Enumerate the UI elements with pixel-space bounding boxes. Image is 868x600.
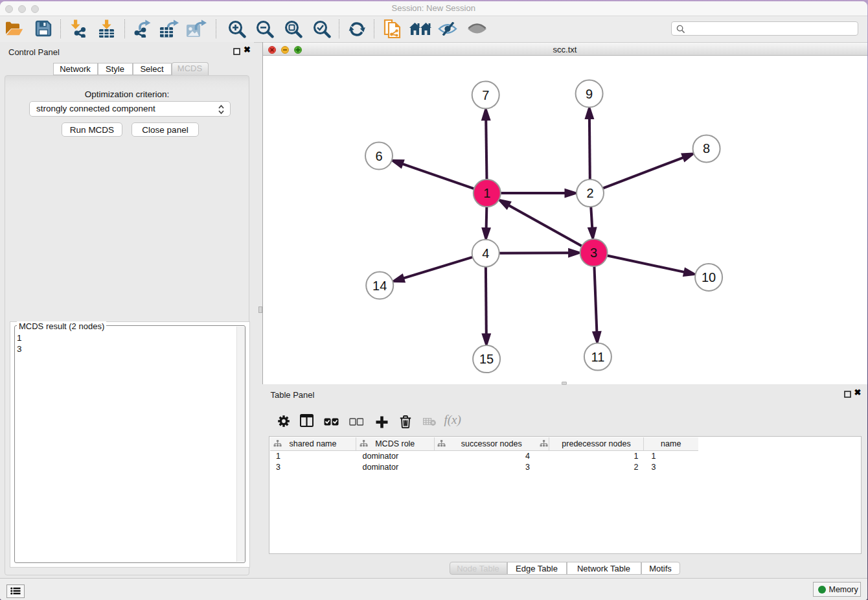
svg-text:6: 6 bbox=[375, 149, 382, 163]
svg-text:14: 14 bbox=[372, 279, 387, 293]
svg-text:10: 10 bbox=[701, 270, 715, 284]
svg-text:11: 11 bbox=[591, 350, 604, 364]
svg-text:1: 1 bbox=[483, 186, 490, 200]
svg-text:3: 3 bbox=[590, 246, 597, 260]
svg-text:15: 15 bbox=[479, 352, 493, 366]
svg-text:8: 8 bbox=[703, 141, 710, 156]
svg-text:4: 4 bbox=[482, 246, 489, 260]
svg-text:2: 2 bbox=[586, 186, 593, 200]
svg-text:9: 9 bbox=[586, 87, 593, 101]
svg-text:7: 7 bbox=[482, 88, 489, 102]
